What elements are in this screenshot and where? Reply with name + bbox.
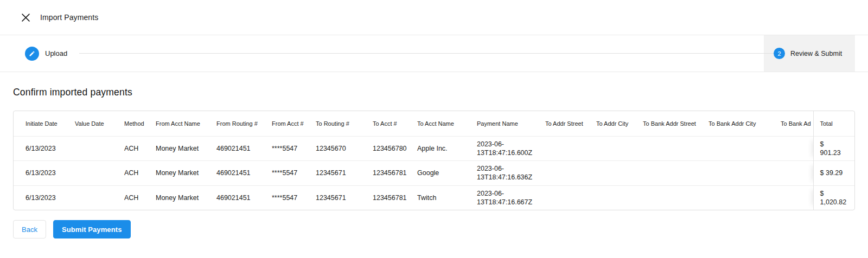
column-header-to-bank-addr-city: To Bank Addr City	[700, 111, 772, 136]
column-header-to-bank-ad: To Bank Ad	[772, 111, 813, 136]
cell-from-acct-name: Money Market	[147, 161, 208, 186]
column-header-to-bank-addr-street: To Bank Addr Street	[634, 111, 700, 136]
cell-to-acct-name: Google	[409, 161, 468, 186]
cell-to-addr-street	[537, 136, 588, 161]
cell-to-routing: 12345671	[307, 185, 364, 210]
step-upload-label: Upload	[45, 49, 67, 57]
cell-to-bank-addr-street	[634, 185, 700, 210]
column-header-from-acct-name: From Acct Name	[147, 111, 208, 136]
cell-to-addr-city	[588, 185, 634, 210]
cell-to-bank-ad	[772, 185, 813, 210]
table-row: 6/13/2023ACHMoney Market469021451****554…	[14, 161, 855, 186]
cell-value-date	[66, 136, 116, 161]
back-button[interactable]: Back	[13, 220, 46, 238]
cell-to-bank-ad	[772, 136, 813, 161]
cell-to-acct: 123456780	[364, 136, 409, 161]
cell-to-addr-city	[588, 161, 634, 186]
cell-method: ACH	[116, 185, 147, 210]
column-header-to-acct: To Acct #	[364, 111, 409, 136]
cell-to-routing: 12345670	[307, 136, 364, 161]
cell-to-bank-ad	[772, 161, 813, 186]
stepper-step-upload[interactable]: Upload	[25, 35, 67, 72]
step-1-badge	[25, 47, 39, 61]
step-review-submit-label: Review & Submit	[790, 50, 842, 57]
payments-table: Initiate DateValue DateMethodFrom Acct N…	[13, 111, 855, 210]
cell-to-bank-addr-street	[634, 161, 700, 186]
cell-payment-name: 2023-06-13T18:47:16.636Z	[468, 161, 537, 186]
cell-from-routing: 469021451	[208, 185, 263, 210]
stepper-connector-line	[79, 53, 764, 54]
cell-method: ACH	[116, 161, 147, 186]
cell-from-acct: ****5547	[263, 136, 307, 161]
column-header-from-acct: From Acct #	[263, 111, 307, 136]
cell-from-acct-name: Money Market	[147, 185, 208, 210]
import-payments-page: Import Payments Upload 2 Review & Submit…	[0, 0, 868, 238]
cell-from-routing: 469021451	[208, 136, 263, 161]
table-row: 6/13/2023ACHMoney Market469021451****554…	[14, 136, 855, 161]
column-header-method: Method	[116, 111, 147, 136]
cell-from-acct: ****5547	[263, 161, 307, 186]
pencil-icon	[29, 50, 35, 57]
cell-total: $ 901.23	[813, 136, 855, 161]
cell-initiate-date: 6/13/2023	[14, 161, 66, 186]
column-header-to-acct-name: To Acct Name	[409, 111, 468, 136]
cell-to-acct-name: Apple Inc.	[409, 136, 468, 161]
cell-payment-name: 2023-06-13T18:47:16.600Z	[468, 136, 537, 161]
column-header-to-addr-street: To Addr Street	[537, 111, 588, 136]
cell-initiate-date: 6/13/2023	[14, 136, 66, 161]
close-button[interactable]	[20, 11, 31, 23]
cell-to-acct: 123456781	[364, 185, 409, 210]
column-header-to-addr-city: To Addr City	[588, 111, 634, 136]
topbar: Import Payments	[0, 0, 868, 35]
submit-payments-button[interactable]: Submit Payments	[53, 220, 131, 238]
cell-from-routing: 469021451	[208, 161, 263, 186]
cell-to-bank-addr-city	[700, 161, 772, 186]
cell-value-date	[66, 185, 116, 210]
cell-initiate-date: 6/13/2023	[14, 185, 66, 210]
table-header-row: Initiate DateValue DateMethodFrom Acct N…	[14, 111, 855, 136]
cell-from-acct: ****5547	[263, 185, 307, 210]
column-header-from-routing: From Routing #	[208, 111, 263, 136]
section-heading: Confirm imported payments	[13, 87, 855, 98]
cell-from-acct-name: Money Market	[147, 136, 208, 161]
table-row: 6/13/2023ACHMoney Market469021451****554…	[14, 185, 855, 210]
footer-actions: Back Submit Payments	[13, 220, 855, 238]
column-header-value-date: Value Date	[66, 111, 116, 136]
cell-to-routing: 12345671	[307, 161, 364, 186]
cell-to-addr-city	[588, 136, 634, 161]
step-2-badge: 2	[774, 48, 785, 59]
column-header-payment-name: Payment Name	[468, 111, 537, 136]
cell-value-date	[66, 161, 116, 186]
stepper-connector-line	[764, 53, 774, 54]
column-header-initiate-date: Initiate Date	[14, 111, 66, 136]
page-title: Import Payments	[40, 13, 98, 22]
cell-method: ACH	[116, 136, 147, 161]
table-body: 6/13/2023ACHMoney Market469021451****554…	[14, 136, 855, 210]
cell-to-bank-addr-city	[700, 185, 772, 210]
column-header-to-routing: To Routing #	[307, 111, 364, 136]
cell-total: $ 1,020.82	[813, 185, 855, 210]
cell-to-addr-street	[537, 185, 588, 210]
cell-total: $ 39.29	[813, 161, 855, 186]
cell-to-bank-addr-street	[634, 136, 700, 161]
cell-to-acct: 123456781	[364, 161, 409, 186]
cell-to-bank-addr-city	[700, 136, 772, 161]
close-icon	[22, 14, 30, 22]
cell-payment-name: 2023-06-13T18:47:16.667Z	[468, 185, 537, 210]
stepper: Upload 2 Review & Submit	[0, 35, 868, 72]
cell-to-acct-name: Twitch	[409, 185, 468, 210]
column-header-total: Total	[813, 111, 855, 136]
main-content: Confirm imported payments Initiate DateV…	[0, 72, 868, 238]
stepper-step-review-submit[interactable]: 2 Review & Submit	[764, 35, 855, 72]
cell-to-addr-street	[537, 161, 588, 186]
